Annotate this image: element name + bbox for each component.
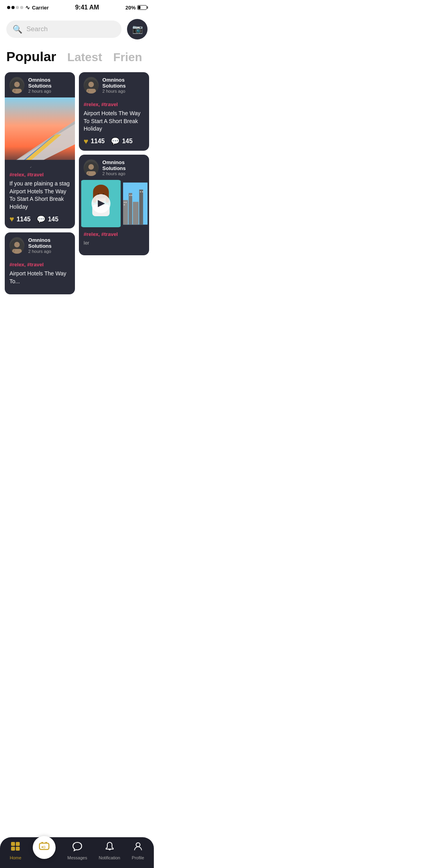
column-1: Omninos Solutions 2 hours ago (5, 72, 75, 294)
camera-icon: 📷 (132, 24, 143, 34)
card-1-comments-count: 145 (48, 216, 58, 223)
city-image-svg (123, 180, 148, 227)
battery-body (137, 5, 147, 10)
card-4-image-2 (123, 180, 148, 227)
column-2: Omninos Solutions 2 hours ago #relex, #t… (79, 72, 149, 294)
card-2-comments-count: 145 (122, 138, 133, 145)
avatar-svg (10, 79, 24, 94)
search-bar[interactable]: 🔍 Search (6, 21, 121, 38)
svg-rect-37 (124, 202, 125, 203)
card-4-header: Omninos Solutions 2 hours ago (79, 155, 149, 180)
card-2-likes-count: 1145 (91, 138, 105, 145)
signal-dot-4 (20, 6, 23, 9)
card-1-title: If you are plaining a stag Airport Hotel… (9, 180, 70, 211)
card-4-author-time: 2 hours ago (103, 171, 144, 176)
airplane-svg (5, 97, 75, 168)
card-2-author: Omninos Solutions 2 hours ago (103, 77, 144, 94)
card-2-title: Airport Hotels The Way To Start A Short … (84, 110, 144, 133)
card-3[interactable]: Omninos Solutions 2 hours ago #relex, #t… (5, 232, 75, 294)
card-1-likes-count: 1145 (17, 216, 31, 223)
heart-icon-2: ♥ (84, 137, 88, 146)
card-1-author-name: Omninos Solutions (28, 77, 70, 89)
camera-button[interactable]: 📷 (127, 19, 148, 39)
search-placeholder: Search (26, 25, 48, 33)
card-2-stats: ♥ 1145 💬 145 (84, 137, 144, 146)
card-4[interactable]: Omninos Solutions 2 hours ago (79, 155, 149, 255)
carrier-label: Carrier (32, 5, 49, 11)
card-3-title: Airport Hotels The WayTo... (9, 270, 70, 285)
card-2-body: #relex, #travel Airport Hotels The Way T… (79, 97, 149, 151)
card-1[interactable]: Omninos Solutions 2 hours ago (5, 72, 75, 228)
card-3-tags: #relex, #travel (9, 262, 70, 268)
signal-dot-1 (7, 6, 10, 9)
card-2-header: Omninos Solutions 2 hours ago (79, 72, 149, 97)
card-1-author: Omninos Solutions 2 hours ago (28, 77, 70, 94)
svg-point-16 (88, 82, 94, 87)
status-left: ∿ Carrier (7, 4, 49, 11)
svg-rect-41 (131, 195, 132, 196)
svg-point-1 (14, 82, 20, 87)
card-4-body: #relex, #travel ler (79, 227, 149, 255)
avatar (9, 237, 24, 254)
avatar-svg-2 (84, 79, 98, 94)
signal-dots (7, 6, 23, 9)
avatar (9, 77, 24, 94)
card-2-author-time: 2 hours ago (103, 89, 144, 94)
signal-dot-3 (16, 6, 19, 9)
svg-rect-39 (124, 204, 125, 206)
card-4-image-1[interactable] (80, 180, 121, 227)
battery-percent: 20% (125, 5, 136, 11)
status-right: 20% (125, 5, 147, 11)
tabs-row: Popular Latest Frien (0, 43, 154, 68)
heart-icon: ♥ (9, 215, 14, 224)
card-1-header: Omninos Solutions 2 hours ago (5, 72, 75, 97)
card-3-author-name: Omninos Solutions (28, 237, 70, 249)
battery-icon (137, 5, 147, 10)
tab-popular[interactable]: Popular (6, 49, 56, 64)
airplane-image (5, 97, 75, 168)
status-bar: ∿ Carrier 9:41 AM 20% (0, 0, 154, 13)
signal-dot-2 (11, 6, 15, 9)
play-triangle (98, 200, 105, 207)
wifi-icon: ∿ (25, 4, 30, 11)
card-1-image (5, 97, 75, 168)
card-1-tags: #relex, #travel (9, 172, 70, 178)
card-4-tags: #relex, #travel (84, 231, 144, 237)
search-icon: 🔍 (13, 24, 22, 34)
card-1-comments: 💬 145 (37, 215, 58, 224)
svg-rect-17 (86, 89, 96, 94)
svg-rect-35 (133, 202, 138, 224)
card-1-likes: ♥ 1145 (9, 215, 30, 224)
avatar (84, 77, 99, 94)
comment-icon-2: 💬 (111, 137, 120, 146)
play-button[interactable] (92, 194, 110, 213)
battery-fill (138, 6, 140, 9)
card-2-author-name: Omninos Solutions (103, 77, 144, 89)
svg-point-12 (14, 242, 20, 247)
card-1-author-time: 2 hours ago (28, 89, 70, 94)
search-row: 🔍 Search 📷 (0, 13, 154, 43)
card-3-author: Omninos Solutions 2 hours ago (28, 237, 70, 254)
card-3-author-time: 2 hours ago (28, 249, 70, 254)
svg-rect-21 (86, 171, 96, 176)
svg-rect-38 (125, 202, 127, 203)
card-2-likes: ♥ 1145 (84, 137, 105, 146)
card-2[interactable]: Omninos Solutions 2 hours ago #relex, #t… (79, 72, 149, 151)
card-1-body: #relex, #travel If you are plaining a st… (5, 168, 75, 228)
tab-latest[interactable]: Latest (67, 51, 102, 64)
card-1-stats: ♥ 1145 💬 145 (9, 215, 70, 224)
avatar (84, 159, 99, 176)
status-time: 9:41 AM (75, 4, 99, 11)
cards-grid: Omninos Solutions 2 hours ago (0, 68, 154, 326)
svg-point-20 (88, 164, 94, 170)
card-2-tags: #relex, #travel (84, 101, 144, 107)
card-4-author: Omninos Solutions 2 hours ago (103, 159, 144, 176)
card-3-body: #relex, #travel Airport Hotels The WayTo… (5, 258, 75, 294)
svg-rect-34 (129, 193, 132, 224)
tab-friends[interactable]: Frien (113, 51, 142, 64)
svg-rect-36 (139, 189, 143, 224)
svg-rect-10 (5, 160, 75, 168)
svg-rect-13 (12, 249, 22, 254)
comment-icon: 💬 (37, 215, 45, 224)
card-4-images (79, 180, 149, 227)
